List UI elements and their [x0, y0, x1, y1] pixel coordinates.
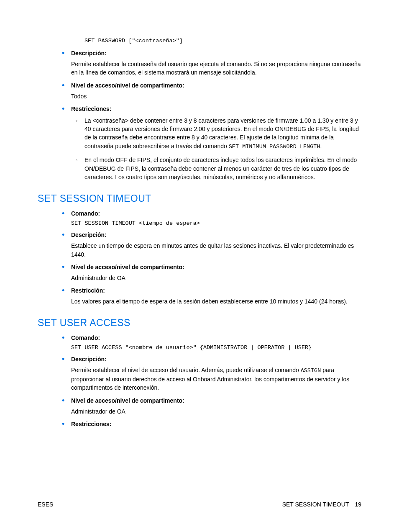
item-restriction: Restricción: Los valores para el tiempo … [71, 287, 361, 306]
footer-section-label: SET SESSION TIMEOUT [282, 501, 349, 508]
text-access-level: Administrador de OA [71, 407, 361, 416]
label-command: Comando: [71, 334, 361, 341]
restriction-1-text-b: . [320, 143, 322, 149]
label-description: Descripción: [71, 50, 361, 57]
desc-text-a: Permite establecer el nivel de acceso de… [71, 367, 301, 373]
section-set-session-timeout: SET SESSION TIMEOUT Comando: SET SESSION… [38, 193, 361, 306]
restriction-1: La <contraseña> debe contener entre 3 y … [84, 116, 361, 151]
label-description: Descripción: [71, 356, 361, 362]
item-access-level: Nivel de acceso/nivel de compartimento: … [71, 264, 361, 282]
label-access-level: Nivel de acceso/nivel de compartimento: [71, 397, 361, 404]
footer-left: ESES [38, 501, 53, 508]
text-description: Establece un tiempo de espera en minutos… [71, 242, 361, 259]
definition-list: Comando: SET USER ACCESS "<nombre de usu… [38, 334, 361, 427]
command-syntax: SET SESSION TIMEOUT <tiempo de espera> [71, 220, 361, 226]
page-footer: ESES SET SESSION TIMEOUT 19 [38, 501, 361, 508]
text-access-level: Todos [71, 92, 361, 100]
label-access-level: Nivel de acceso/nivel de compartimento: [71, 82, 361, 89]
text-description: Permite establecer el nivel de acceso de… [71, 366, 361, 392]
command-syntax: SET USER ACCESS "<nombre de usuario>" {A… [71, 344, 361, 351]
command-syntax: SET PASSWORD ["<contraseña>"] [84, 38, 361, 44]
desc-code: ASSIGN [301, 368, 321, 374]
page-number: 19 [355, 501, 361, 508]
label-restriction: Restricción: [71, 287, 361, 294]
label-restrictions: Restricciones: [71, 421, 361, 427]
label-access-level: Nivel de acceso/nivel de compartimento: [71, 264, 361, 270]
restriction-1-code: SET MINIMUM PASSWORD LENGTH [229, 144, 320, 150]
text-restriction: Los valores para el tiempo de espera de … [71, 297, 361, 306]
section-set-password: SET PASSWORD ["<contraseña>"] Descripció… [38, 38, 361, 181]
item-description: Descripción: Establece un tiempo de espe… [71, 231, 361, 259]
restrictions-sublist: La <contraseña> debe contener entre 3 y … [71, 116, 361, 181]
definition-list: Comando: SET SESSION TIMEOUT <tiempo de … [38, 210, 361, 306]
footer-right: SET SESSION TIMEOUT 19 [282, 501, 361, 508]
restriction-2: En el modo OFF de FIPS, el conjunto de c… [84, 156, 361, 181]
label-command: Comando: [71, 210, 361, 217]
item-description: Descripción: Permite establecer el nivel… [71, 356, 361, 392]
item-access-level: Nivel de acceso/nivel de compartimento: … [71, 397, 361, 416]
heading-set-user-access: SET USER ACCESS [38, 317, 361, 329]
text-access-level: Administrador de OA [71, 274, 361, 282]
item-description: Descripción: Permite establecer la contr… [71, 50, 361, 77]
section-set-user-access: SET USER ACCESS Comando: SET USER ACCESS… [38, 317, 361, 427]
label-description: Descripción: [71, 231, 361, 238]
item-restrictions: Restricciones: [71, 421, 361, 427]
item-restrictions: Restricciones: La <contraseña> debe cont… [71, 105, 361, 181]
text-description: Permite establecer la contraseña del usu… [71, 60, 361, 77]
definition-list: Descripción: Permite establecer la contr… [38, 50, 361, 181]
label-restrictions: Restricciones: [71, 105, 361, 112]
item-command: Comando: SET USER ACCESS "<nombre de usu… [71, 334, 361, 351]
item-command: Comando: SET SESSION TIMEOUT <tiempo de … [71, 210, 361, 226]
item-access-level: Nivel de acceso/nivel de compartimento: … [71, 82, 361, 100]
heading-set-session-timeout: SET SESSION TIMEOUT [38, 193, 361, 204]
